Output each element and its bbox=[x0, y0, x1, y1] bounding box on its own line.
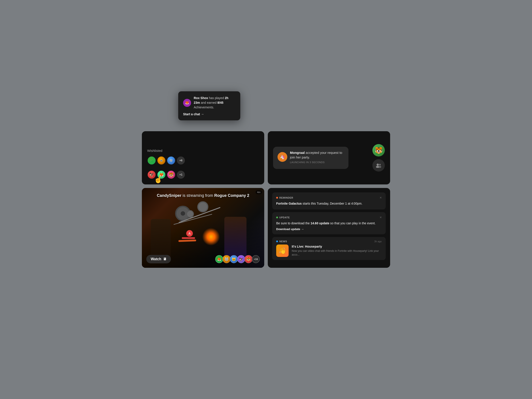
party-username: Mongraal bbox=[290, 151, 305, 154]
watch-label: Watch bbox=[151, 257, 161, 261]
tooltip-achievements: 8/45 bbox=[217, 101, 223, 104]
hover-avatar-1: 🦅 bbox=[147, 170, 156, 179]
update-text-pre: Be sure to download the bbox=[276, 222, 310, 225]
update-type-label: UPDATE bbox=[279, 216, 290, 219]
hover-avatar-3: 🐯 bbox=[167, 170, 176, 179]
notif-reminder-close[interactable]: × bbox=[380, 196, 382, 200]
wishlisted-count: +6 bbox=[177, 156, 185, 165]
party-avatar: 🦄 bbox=[278, 152, 287, 162]
gear-2 bbox=[197, 201, 208, 212]
notif-news-type: NEWS bbox=[276, 240, 287, 243]
streamer-name: CandySniper bbox=[157, 193, 181, 198]
notif-news-header: NEWS 3h ago bbox=[276, 240, 382, 243]
update-version: 14.60 update bbox=[310, 222, 329, 225]
health-bar-2 bbox=[178, 240, 196, 242]
reminder-title-bold: Fortnite Galactus bbox=[276, 202, 302, 205]
spectator-5: 🐯 bbox=[245, 255, 253, 263]
hover-avatar-2: 🦊 bbox=[157, 170, 166, 179]
notif-update-close[interactable]: × bbox=[380, 216, 382, 219]
notif-reminder: REMINDER × Fortnite Galactus starts this… bbox=[272, 192, 386, 209]
health-bar-1 bbox=[182, 237, 195, 239]
notif-download-link[interactable]: Download update → bbox=[276, 228, 382, 231]
card-notifications: REMINDER × Fortnite Galactus starts this… bbox=[268, 188, 390, 268]
tooltip-avatar: 🦊 bbox=[183, 99, 191, 107]
news-text: It's Live: Houseparty Now you can video … bbox=[292, 245, 382, 257]
notif-update-text: Be sure to download the 14.60 update so … bbox=[276, 221, 382, 226]
watch-button[interactable]: Watch 🖥 bbox=[146, 255, 171, 263]
streaming-title: CandySniper is streaming from Rogue Comp… bbox=[157, 193, 249, 198]
wishlisted-content: Wishlisted 🐉 🦝 🐺 +6 🦅 🦊 🐯 +1 bbox=[147, 149, 185, 179]
card-wishlisted: 🦊 Rox Shox has played 2h 23m and earned … bbox=[142, 131, 264, 184]
tooltip-activity: has played bbox=[209, 96, 224, 100]
hover-avatar-row: 🦅 🦊 🐯 +1 bbox=[147, 170, 185, 179]
update-text-post: so that you can play in the event. bbox=[329, 222, 376, 225]
character-right bbox=[224, 217, 247, 259]
spectators-row: 🦊 🐺 🐱 🦅 🐯 +16 bbox=[215, 255, 260, 263]
spectator-3: 🐱 bbox=[230, 255, 238, 263]
tooltip-user-info: Rox Shox has played 2h 23m and earned 8/… bbox=[194, 96, 235, 110]
party-right: 🐯 bbox=[372, 144, 385, 171]
news-time: 3h ago bbox=[374, 240, 382, 243]
notif-reminder-title: Fortnite Galactus starts this Tuesday, D… bbox=[276, 201, 382, 206]
tooltip-username: Rox Shox bbox=[194, 96, 208, 100]
party-bubble: 🦄 Mongraal accepted your request to join… bbox=[273, 147, 348, 169]
avatar-2: 🦝 bbox=[157, 156, 166, 165]
wishlisted-label: Wishlisted bbox=[147, 149, 185, 152]
stream-game: Rogue Company 2 bbox=[214, 193, 249, 198]
reminder-type-label: REMINDER bbox=[279, 196, 293, 199]
update-dot bbox=[276, 216, 278, 218]
party-right-avatar: 🐯 bbox=[372, 144, 385, 157]
group-icon-svg bbox=[375, 163, 382, 168]
party-countdown: LAUNCHING IN 3 SECONDS bbox=[290, 161, 344, 164]
avatar-3: 🐺 bbox=[167, 156, 176, 165]
spectator-4: 🦅 bbox=[237, 255, 245, 263]
main-container: 🦊 Rox Shox has played 2h 23m and earned … bbox=[142, 131, 390, 268]
card-streaming: A CandySniper is streaming from Rogue Co… bbox=[142, 188, 264, 268]
tooltip-popup: 🦊 Rox Shox has played 2h 23m and earned … bbox=[178, 91, 240, 120]
character-left bbox=[151, 219, 171, 259]
hover-count: +1 bbox=[177, 170, 185, 179]
svg-point-0 bbox=[377, 164, 379, 166]
cards-grid: 🦊 Rox Shox has played 2h 23m and earned … bbox=[142, 131, 390, 268]
spectator-1: 🦊 bbox=[215, 255, 223, 263]
news-type-label: NEWS bbox=[279, 240, 287, 243]
tooltip-earned: and earned bbox=[201, 101, 216, 104]
streaming-bottom: Watch 🖥 🦊 🐺 🐱 🦅 🐯 +16 bbox=[146, 255, 260, 263]
hover-group: 🦅 🦊 🐯 +1 ☝️ bbox=[147, 170, 185, 179]
news-thumbnail: 👋 bbox=[276, 245, 289, 257]
enemy-marker: A bbox=[186, 230, 193, 237]
avatar-1: 🐉 bbox=[147, 156, 156, 165]
svg-point-3 bbox=[379, 166, 381, 168]
monitor-icon: 🖥 bbox=[163, 257, 166, 261]
svg-point-1 bbox=[379, 164, 381, 165]
stream-text: is streaming from bbox=[183, 193, 213, 198]
notif-update-type: UPDATE bbox=[276, 216, 290, 219]
reminder-title-suffix: starts this Tuesday, December 1 at 4:00p… bbox=[302, 202, 362, 205]
reminder-dot bbox=[276, 197, 278, 199]
wishlisted-avatar-row: 🐉 🦝 🐺 +6 bbox=[147, 156, 185, 165]
blast-effect bbox=[202, 228, 220, 246]
stream-time-badge: 4m bbox=[256, 190, 262, 194]
notif-update-header: UPDATE × bbox=[276, 216, 382, 219]
party-header: 🦄 Mongraal accepted your request to join… bbox=[278, 150, 344, 164]
notif-update: UPDATE × Be sure to download the 14.60 u… bbox=[272, 212, 386, 234]
tooltip-header: 🦊 Rox Shox has played 2h 23m and earned … bbox=[183, 96, 235, 110]
tooltip-cta[interactable]: Start a chat → bbox=[183, 112, 235, 116]
group-icon[interactable] bbox=[372, 159, 385, 171]
news-dot bbox=[276, 241, 278, 242]
party-text: Mongraal accepted your request to join h… bbox=[290, 150, 344, 160]
notif-reminder-header: REMINDER × bbox=[276, 196, 382, 200]
spectator-count: +16 bbox=[252, 255, 260, 263]
card-party: 🦄 Mongraal accepted your request to join… bbox=[268, 131, 390, 184]
news-title: It's Live: Houseparty bbox=[292, 245, 382, 248]
news-description: Now you can video chat with friends in F… bbox=[292, 249, 382, 257]
notif-news: NEWS 3h ago 👋 It's Live: Houseparty Now … bbox=[272, 237, 386, 260]
notif-reminder-type: REMINDER bbox=[276, 196, 293, 199]
tooltip-achievements-suffix: Achievements. bbox=[194, 106, 214, 109]
spectator-2: 🐺 bbox=[222, 255, 231, 263]
